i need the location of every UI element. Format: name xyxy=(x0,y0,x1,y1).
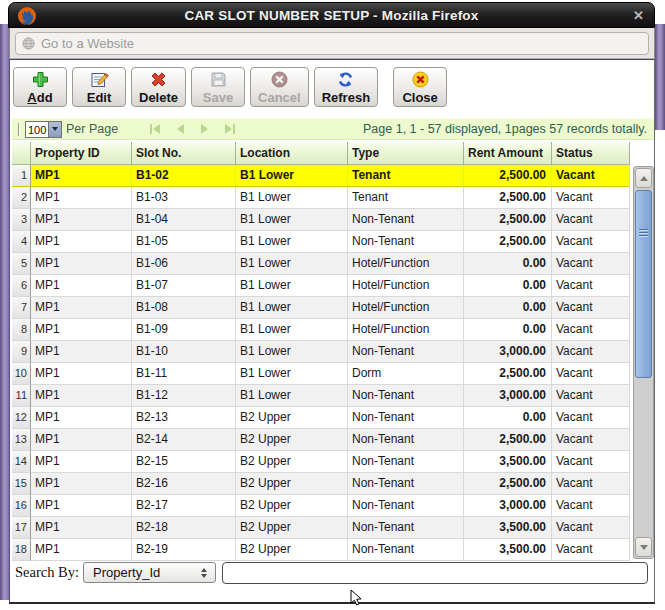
cell-property-id[interactable]: MP1 xyxy=(31,473,132,495)
table-row[interactable]: 3MP1B1-04B1 LowerNon-Tenant2,500.00Vacan… xyxy=(12,209,630,231)
table-row[interactable]: 14MP1B2-15B2 UpperNon-Tenant3,500.00Vaca… xyxy=(12,451,630,473)
cell-location[interactable]: B1 Lower xyxy=(236,187,348,209)
page-size-select[interactable]: 100 xyxy=(25,121,62,138)
cell-rent-amount[interactable]: 0.00 xyxy=(464,253,552,275)
table-row[interactable]: 4MP1B1-05B1 LowerNon-Tenant2,500.00Vacan… xyxy=(12,231,630,253)
cell-location[interactable]: B1 Lower xyxy=(236,253,348,275)
table-row[interactable]: 17MP1B2-18B2 UpperNon-Tenant3,500.00Vaca… xyxy=(12,517,630,539)
cell-rent-amount[interactable]: 3,500.00 xyxy=(464,517,552,539)
cell-type[interactable]: Non-Tenant xyxy=(348,451,464,473)
table-row[interactable]: 8MP1B1-09B1 LowerHotel/Function0.00Vacan… xyxy=(12,319,630,341)
cell-location[interactable]: B1 Lower xyxy=(236,275,348,297)
cell-slot-no[interactable]: B2-14 xyxy=(132,429,236,451)
cell-rent-amount[interactable]: 0.00 xyxy=(464,407,552,429)
cell-rent-amount[interactable]: 2,500.00 xyxy=(464,363,552,385)
cell-status[interactable]: Vacant xyxy=(552,517,630,539)
cell-property-id[interactable]: MP1 xyxy=(31,495,132,517)
search-input[interactable] xyxy=(222,562,648,584)
vertical-scrollbar[interactable] xyxy=(633,166,654,559)
cell-rent-amount[interactable]: 0.00 xyxy=(464,297,552,319)
cell-rent-amount[interactable]: 0.00 xyxy=(464,319,552,341)
cell-rent-amount[interactable]: 2,500.00 xyxy=(464,231,552,253)
next-page-button[interactable] xyxy=(201,124,208,134)
prev-page-button[interactable] xyxy=(177,124,184,134)
cell-slot-no[interactable]: B2-18 xyxy=(132,517,236,539)
cell-property-id[interactable]: MP1 xyxy=(31,231,132,253)
cell-slot-no[interactable]: B1-09 xyxy=(132,319,236,341)
cell-location[interactable]: B2 Upper xyxy=(236,495,348,517)
scroll-down-button[interactable] xyxy=(635,537,652,557)
cell-status[interactable]: Vacant xyxy=(552,429,630,451)
scroll-up-button[interactable] xyxy=(635,168,652,188)
table-row[interactable]: 5MP1B1-06B1 LowerHotel/Function0.00Vacan… xyxy=(12,253,630,275)
cell-slot-no[interactable]: B1-07 xyxy=(132,275,236,297)
cell-status[interactable]: Vacant xyxy=(552,341,630,363)
close-button[interactable]: Close xyxy=(393,67,447,107)
edit-button[interactable]: Edit xyxy=(72,67,126,107)
cell-slot-no[interactable]: B2-17 xyxy=(132,495,236,517)
cell-property-id[interactable]: MP1 xyxy=(31,407,132,429)
cell-rent-amount[interactable]: 3,000.00 xyxy=(464,341,552,363)
cell-property-id[interactable]: MP1 xyxy=(31,451,132,473)
cell-rent-amount[interactable]: 2,500.00 xyxy=(464,209,552,231)
cell-property-id[interactable]: MP1 xyxy=(31,319,132,341)
cell-type[interactable]: Non-Tenant xyxy=(348,517,464,539)
cell-rent-amount[interactable]: 2,500.00 xyxy=(464,429,552,451)
cell-rent-amount[interactable]: 3,000.00 xyxy=(464,495,552,517)
cell-location[interactable]: B1 Lower xyxy=(236,319,348,341)
cell-type[interactable]: Non-Tenant xyxy=(348,341,464,363)
cell-slot-no[interactable]: B1-04 xyxy=(132,209,236,231)
cell-status[interactable]: Vacant xyxy=(552,297,630,319)
cell-rent-amount[interactable]: 2,500.00 xyxy=(464,165,552,187)
column-header-rent-amount[interactable]: Rent Amount xyxy=(464,142,552,164)
column-header-slot-no[interactable]: Slot No. xyxy=(132,142,236,164)
cell-type[interactable]: Non-Tenant xyxy=(348,385,464,407)
cell-status[interactable]: Vacant xyxy=(552,451,630,473)
page-size-dropdown-button[interactable] xyxy=(48,122,61,137)
column-header-property-id[interactable]: Property ID xyxy=(31,142,132,164)
cell-status[interactable]: Vacant xyxy=(552,165,630,187)
cell-location[interactable]: B1 Lower xyxy=(236,385,348,407)
column-header-status[interactable]: Status xyxy=(552,142,630,164)
cell-type[interactable]: Non-Tenant xyxy=(348,231,464,253)
table-row[interactable]: 15MP1B2-16B2 UpperNon-Tenant2,500.00Vaca… xyxy=(12,473,630,495)
cell-slot-no[interactable]: B2-13 xyxy=(132,407,236,429)
table-row[interactable]: 6MP1B1-07B1 LowerHotel/Function0.00Vacan… xyxy=(12,275,630,297)
table-row[interactable]: 2MP1B1-03B1 LowerTenant2,500.00Vacant xyxy=(12,187,630,209)
cancel-button[interactable]: Cancel xyxy=(250,67,309,107)
cell-status[interactable]: Vacant xyxy=(552,253,630,275)
table-row[interactable]: 9MP1B1-10B1 LowerNon-Tenant3,000.00Vacan… xyxy=(12,341,630,363)
table-row[interactable]: 11MP1B1-12B1 LowerNon-Tenant3,000.00Vaca… xyxy=(12,385,630,407)
cell-type[interactable]: Non-Tenant xyxy=(348,429,464,451)
save-button[interactable]: Save xyxy=(191,67,245,107)
url-field[interactable] xyxy=(15,32,649,55)
cell-status[interactable]: Vacant xyxy=(552,209,630,231)
cell-location[interactable]: B2 Upper xyxy=(236,473,348,495)
add-button[interactable]: Add xyxy=(13,67,67,107)
cell-type[interactable]: Hotel/Function xyxy=(348,275,464,297)
table-row[interactable]: 18MP1B2-19B2 UpperNon-Tenant3,500.00Vaca… xyxy=(12,539,630,561)
cell-property-id[interactable]: MP1 xyxy=(31,341,132,363)
cell-slot-no[interactable]: B2-15 xyxy=(132,451,236,473)
cell-status[interactable]: Vacant xyxy=(552,275,630,297)
cell-rent-amount[interactable]: 2,500.00 xyxy=(464,187,552,209)
cell-slot-no[interactable]: B1-06 xyxy=(132,253,236,275)
cell-slot-no[interactable]: B2-19 xyxy=(132,539,236,561)
table-row[interactable]: 1MP1B1-02B1 LowerTenant2,500.00Vacant xyxy=(12,165,630,187)
cell-status[interactable]: Vacant xyxy=(552,385,630,407)
cell-location[interactable]: B2 Upper xyxy=(236,539,348,561)
search-field-select[interactable]: Property_Id xyxy=(83,562,216,583)
table-row[interactable]: 16MP1B2-17B2 UpperNon-Tenant3,000.00Vaca… xyxy=(12,495,630,517)
cell-location[interactable]: B1 Lower xyxy=(236,209,348,231)
cell-status[interactable]: Vacant xyxy=(552,187,630,209)
cell-property-id[interactable]: MP1 xyxy=(31,363,132,385)
cell-property-id[interactable]: MP1 xyxy=(31,275,132,297)
cell-slot-no[interactable]: B1-05 xyxy=(132,231,236,253)
cell-rent-amount[interactable]: 0.00 xyxy=(464,275,552,297)
cell-slot-no[interactable]: B1-08 xyxy=(132,297,236,319)
cell-property-id[interactable]: MP1 xyxy=(31,187,132,209)
column-header-type[interactable]: Type xyxy=(348,142,464,164)
cell-property-id[interactable]: MP1 xyxy=(31,517,132,539)
cell-slot-no[interactable]: B1-02 xyxy=(132,165,236,187)
cell-property-id[interactable]: MP1 xyxy=(31,385,132,407)
